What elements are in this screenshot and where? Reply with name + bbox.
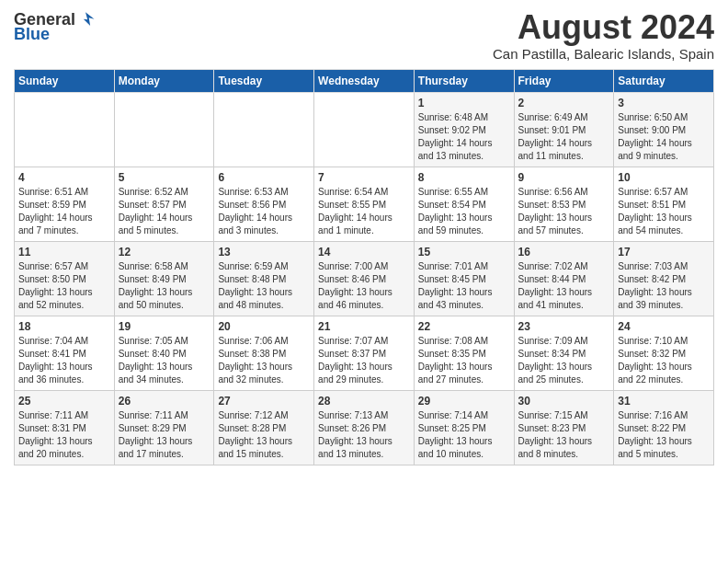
cell-content: Sunrise: 6:57 AM Sunset: 8:50 PM Dayligh… (18, 260, 110, 312)
cell-content: Sunrise: 6:57 AM Sunset: 8:51 PM Dayligh… (618, 186, 710, 237)
calendar-cell: 22Sunrise: 7:08 AM Sunset: 8:35 PM Dayli… (414, 316, 514, 390)
day-number: 25 (18, 395, 110, 408)
calendar-cell: 15Sunrise: 7:01 AM Sunset: 8:45 PM Dayli… (414, 241, 514, 316)
day-number: 30 (518, 395, 610, 408)
calendar-cell: 5Sunrise: 6:52 AM Sunset: 8:57 PM Daylig… (114, 167, 214, 241)
cell-content: Sunrise: 6:56 AM Sunset: 8:53 PM Dayligh… (518, 186, 610, 237)
page-subtitle: Can Pastilla, Balearic Islands, Spain (493, 46, 714, 62)
cell-content: Sunrise: 6:50 AM Sunset: 9:00 PM Dayligh… (618, 111, 710, 163)
day-number: 21 (318, 320, 410, 333)
day-number: 8 (418, 171, 510, 184)
cell-content: Sunrise: 7:03 AM Sunset: 8:42 PM Dayligh… (618, 260, 710, 312)
cell-content: Sunrise: 7:16 AM Sunset: 8:22 PM Dayligh… (618, 409, 710, 461)
calendar-cell: 27Sunrise: 7:12 AM Sunset: 8:28 PM Dayli… (214, 390, 314, 465)
svg-marker-0 (84, 12, 95, 26)
logo-blue-text: Blue (14, 26, 96, 42)
day-number: 27 (218, 395, 310, 408)
cell-content: Sunrise: 7:01 AM Sunset: 8:45 PM Dayligh… (418, 260, 510, 312)
calendar-cell: 14Sunrise: 7:00 AM Sunset: 8:46 PM Dayli… (314, 241, 415, 316)
title-section: August 2024 Can Pastilla, Balearic Islan… (493, 9, 714, 62)
calendar-table: SundayMondayTuesdayWednesdayThursdayFrid… (14, 69, 714, 465)
day-number: 16 (518, 246, 610, 259)
cell-content: Sunrise: 7:11 AM Sunset: 8:31 PM Dayligh… (18, 409, 110, 461)
cell-content: Sunrise: 6:49 AM Sunset: 9:01 PM Dayligh… (518, 111, 610, 163)
calendar-cell: 20Sunrise: 7:06 AM Sunset: 8:38 PM Dayli… (214, 316, 314, 390)
calendar-cell: 4Sunrise: 6:51 AM Sunset: 8:59 PM Daylig… (15, 167, 115, 241)
day-number: 6 (218, 171, 310, 184)
weekday-header-tuesday: Tuesday (214, 69, 314, 92)
calendar-cell: 23Sunrise: 7:09 AM Sunset: 8:34 PM Dayli… (514, 316, 614, 390)
cell-content: Sunrise: 6:58 AM Sunset: 8:49 PM Dayligh… (119, 260, 210, 312)
calendar-cell: 24Sunrise: 7:10 AM Sunset: 8:32 PM Dayli… (614, 316, 714, 390)
weekday-header-saturday: Saturday (614, 69, 714, 92)
day-number: 20 (218, 320, 310, 333)
weekday-header-monday: Monday (114, 69, 214, 92)
day-number: 3 (618, 97, 710, 109)
calendar-cell (114, 92, 214, 167)
day-number: 22 (418, 320, 510, 333)
weekday-header-wednesday: Wednesday (314, 69, 415, 92)
cell-content: Sunrise: 7:06 AM Sunset: 8:38 PM Dayligh… (218, 335, 310, 386)
day-number: 7 (318, 171, 410, 184)
calendar-cell: 31Sunrise: 7:16 AM Sunset: 8:22 PM Dayli… (614, 390, 714, 465)
calendar-cell: 3Sunrise: 6:50 AM Sunset: 9:00 PM Daylig… (614, 92, 714, 167)
day-number: 17 (618, 246, 710, 259)
day-number: 23 (518, 320, 610, 333)
day-number: 2 (518, 97, 610, 109)
calendar-cell (15, 92, 115, 167)
day-number: 18 (18, 320, 110, 333)
calendar-cell: 18Sunrise: 7:04 AM Sunset: 8:41 PM Dayli… (15, 316, 115, 390)
calendar-cell: 29Sunrise: 7:14 AM Sunset: 8:25 PM Dayli… (414, 390, 514, 465)
cell-content: Sunrise: 7:13 AM Sunset: 8:26 PM Dayligh… (318, 409, 410, 461)
calendar-cell: 6Sunrise: 6:53 AM Sunset: 8:56 PM Daylig… (214, 167, 314, 241)
cell-content: Sunrise: 7:15 AM Sunset: 8:23 PM Dayligh… (518, 409, 610, 461)
day-number: 19 (119, 320, 210, 333)
weekday-header-sunday: Sunday (15, 69, 115, 92)
calendar-cell: 25Sunrise: 7:11 AM Sunset: 8:31 PM Dayli… (15, 390, 115, 465)
day-number: 9 (518, 171, 610, 184)
calendar-cell: 30Sunrise: 7:15 AM Sunset: 8:23 PM Dayli… (514, 390, 614, 465)
day-number: 31 (618, 395, 710, 408)
day-number: 13 (218, 246, 310, 259)
day-number: 15 (418, 246, 510, 259)
cell-content: Sunrise: 7:11 AM Sunset: 8:29 PM Dayligh… (119, 409, 210, 461)
day-number: 10 (618, 171, 710, 184)
calendar-cell: 7Sunrise: 6:54 AM Sunset: 8:55 PM Daylig… (314, 167, 415, 241)
weekday-header-thursday: Thursday (414, 69, 514, 92)
calendar-cell: 13Sunrise: 6:59 AM Sunset: 8:48 PM Dayli… (214, 241, 314, 316)
calendar-cell: 9Sunrise: 6:56 AM Sunset: 8:53 PM Daylig… (514, 167, 614, 241)
cell-content: Sunrise: 6:59 AM Sunset: 8:48 PM Dayligh… (218, 260, 310, 312)
cell-content: Sunrise: 7:00 AM Sunset: 8:46 PM Dayligh… (318, 260, 410, 312)
weekday-header-friday: Friday (514, 69, 614, 92)
calendar-cell: 26Sunrise: 7:11 AM Sunset: 8:29 PM Dayli… (114, 390, 214, 465)
cell-content: Sunrise: 7:12 AM Sunset: 8:28 PM Dayligh… (218, 409, 310, 461)
cell-content: Sunrise: 6:53 AM Sunset: 8:56 PM Dayligh… (218, 186, 310, 237)
day-number: 28 (318, 395, 410, 408)
page-title: August 2024 (493, 9, 714, 46)
cell-content: Sunrise: 7:02 AM Sunset: 8:44 PM Dayligh… (518, 260, 610, 312)
day-number: 11 (18, 246, 110, 259)
day-number: 4 (18, 171, 110, 184)
calendar-cell: 10Sunrise: 6:57 AM Sunset: 8:51 PM Dayli… (614, 167, 714, 241)
calendar-cell: 12Sunrise: 6:58 AM Sunset: 8:49 PM Dayli… (114, 241, 214, 316)
calendar-cell (314, 92, 415, 167)
calendar-cell: 16Sunrise: 7:02 AM Sunset: 8:44 PM Dayli… (514, 241, 614, 316)
calendar-cell: 1Sunrise: 6:48 AM Sunset: 9:02 PM Daylig… (414, 92, 514, 167)
header: General Blue August 2024 Can Pastilla, B… (14, 9, 714, 62)
day-number: 14 (318, 246, 410, 259)
cell-content: Sunrise: 6:51 AM Sunset: 8:59 PM Dayligh… (18, 186, 110, 237)
day-number: 26 (119, 395, 210, 408)
calendar-cell: 2Sunrise: 6:49 AM Sunset: 9:01 PM Daylig… (514, 92, 614, 167)
calendar-cell: 17Sunrise: 7:03 AM Sunset: 8:42 PM Dayli… (614, 241, 714, 316)
cell-content: Sunrise: 7:05 AM Sunset: 8:40 PM Dayligh… (119, 335, 210, 386)
logo: General Blue (14, 9, 96, 42)
calendar-cell: 28Sunrise: 7:13 AM Sunset: 8:26 PM Dayli… (314, 390, 415, 465)
calendar-cell: 21Sunrise: 7:07 AM Sunset: 8:37 PM Dayli… (314, 316, 415, 390)
day-number: 5 (119, 171, 210, 184)
calendar-cell (214, 92, 314, 167)
cell-content: Sunrise: 6:54 AM Sunset: 8:55 PM Dayligh… (318, 186, 410, 237)
day-number: 1 (418, 97, 510, 109)
cell-content: Sunrise: 7:14 AM Sunset: 8:25 PM Dayligh… (418, 409, 510, 461)
calendar-cell: 11Sunrise: 6:57 AM Sunset: 8:50 PM Dayli… (15, 241, 115, 316)
cell-content: Sunrise: 6:55 AM Sunset: 8:54 PM Dayligh… (418, 186, 510, 237)
